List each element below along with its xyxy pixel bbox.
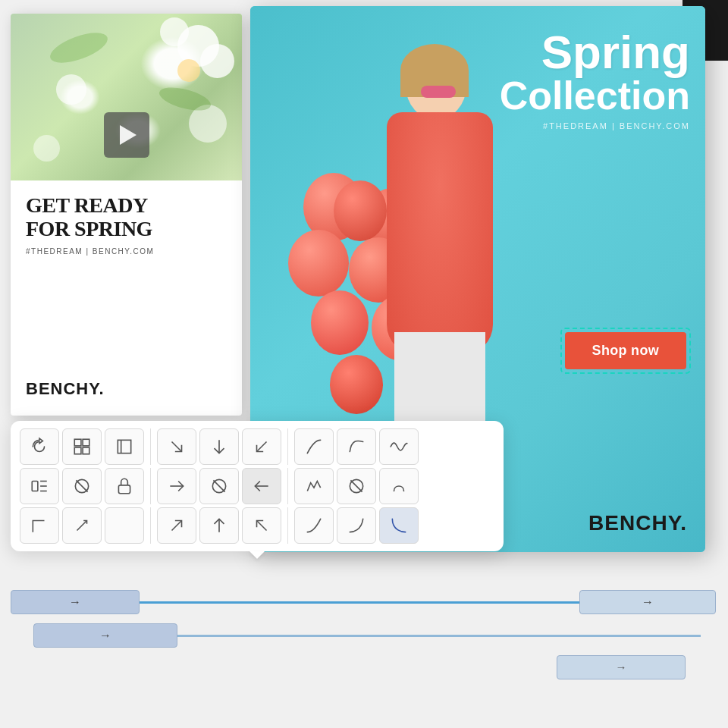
toolbar-row-3 [20,507,494,544]
card-left-subtitle: #THEDREAM | BENCHY.COM [26,247,227,256]
toolbar-curve5-btn[interactable] [379,507,419,544]
toolbar-arc-btn[interactable] [379,468,419,504]
petal-2 [200,44,234,78]
toolbar-block1-btn[interactable] [62,468,102,504]
toolbar-arrow-right-btn[interactable] [157,468,196,504]
play-icon [120,125,136,145]
toolbar-fliph-btn[interactable] [20,468,59,504]
timeline-block-left-2[interactable]: → [33,623,177,648]
play-button[interactable] [104,112,149,158]
card-left-image [11,14,242,180]
svg-rect-1 [83,439,89,446]
timeline-left-arrow-1: → [69,595,81,609]
timeline-right-arrow-3: → [616,661,627,674]
toolbar-arrow-nw-btn[interactable] [242,507,281,544]
toolbar-divider-5 [150,507,151,544]
toolbar-block2-btn[interactable] [199,468,239,504]
toolbar-curve4-btn[interactable] [337,507,376,544]
toolbar-diagonal-btn[interactable] [62,507,102,544]
toolbar-arrow-left-btn[interactable] [242,468,281,504]
toolbar-rotate-btn[interactable] [20,428,59,465]
svg-rect-15 [118,485,130,494]
sunglasses [421,86,456,98]
petal-4 [56,74,86,105]
toolbar-row-2 [20,468,494,504]
timeline-right-arrow-1: → [642,595,654,609]
petal-3 [160,17,189,46]
toolbar-arrow-sw-btn[interactable] [242,428,281,465]
toolbar-panel [11,421,504,551]
svg-line-6 [172,442,182,452]
person-outfit [387,112,493,355]
toolbar-arrow-ne-btn[interactable] [157,507,196,544]
balloon-4 [288,230,349,297]
card-right-subtitle: #THEDREAM | BENCHY.COM [493,121,690,130]
timeline-row-1: → → [11,590,716,614]
svg-rect-3 [83,447,89,454]
timeline-block-left-1[interactable]: → [11,590,140,614]
toolbar-peaks-btn[interactable] [294,468,334,504]
toolbar-divider-1 [150,428,151,465]
card-right-text: Spring Collection #THEDREAM | BENCHY.COM [493,29,690,130]
card-left-title: GET READYFOR SPRING [26,194,227,241]
shop-btn-wrapper: Shop now [565,332,686,369]
balloon-7 [311,290,369,355]
toolbar-corner-btn[interactable] [20,507,59,544]
svg-rect-2 [74,447,81,454]
toolbar-curve3-btn[interactable] [294,507,334,544]
toolbar-arrow-down-btn[interactable] [199,428,239,465]
toolbar-divider-4 [287,468,288,504]
svg-rect-9 [32,482,38,491]
timeline-connector-2 [177,635,701,637]
balloon-9 [330,355,383,414]
svg-rect-4 [118,440,130,453]
toolbar-divider-2 [287,428,288,465]
svg-rect-0 [74,439,81,446]
svg-line-21 [350,480,362,491]
card-right-logo: BENCHY. [588,511,687,535]
toolbar-divider-3 [150,468,151,504]
shop-now-button[interactable]: Shop now [565,332,686,369]
toolbar-lock-btn[interactable] [105,468,144,504]
timeline-connector-1 [140,601,579,604]
toolbar-curve1-btn[interactable] [294,428,334,465]
timeline-block-right-1[interactable]: → [579,590,716,614]
svg-line-8 [257,442,267,452]
toolbar-crop-fit-btn[interactable] [62,428,102,465]
timeline-left-arrow-2: → [99,629,111,642]
toolbar-row-1 [20,428,494,465]
toolbar-arrow-up-btn[interactable] [199,507,239,544]
svg-line-14 [76,480,87,491]
toolbar-arrow-se-btn[interactable] [157,428,196,465]
petal-center-1 [177,59,200,82]
svg-line-22 [77,521,87,531]
card-spring-video: GET READYFOR SPRING #THEDREAM | BENCHY.C… [11,14,242,416]
timeline-block-right-3[interactable]: → [557,655,686,679]
toolbar-divider-6 [287,507,288,544]
toolbar-crop-free-btn[interactable] [105,428,144,465]
toolbar-spacer-1 [105,507,144,544]
timeline-row-3: → [11,655,716,679]
petal-6 [33,135,60,162]
card-left-text-area: GET READYFOR SPRING #THEDREAM | BENCHY.C… [11,180,242,265]
svg-line-25 [257,521,267,531]
collection-heading: Collection [493,76,690,115]
toolbar-block3-btn[interactable] [337,468,376,504]
person-figure [379,36,508,461]
toolbar-wave-btn[interactable] [379,428,419,465]
timeline-area: → → → → [11,590,716,679]
spring-heading: Spring [493,29,690,76]
toolbar-curve2-btn[interactable] [337,428,376,465]
card-left-logo: BENCHY. [26,379,105,399]
timeline-row-2: → [11,623,716,648]
svg-line-23 [172,521,182,531]
svg-line-18 [213,480,224,491]
